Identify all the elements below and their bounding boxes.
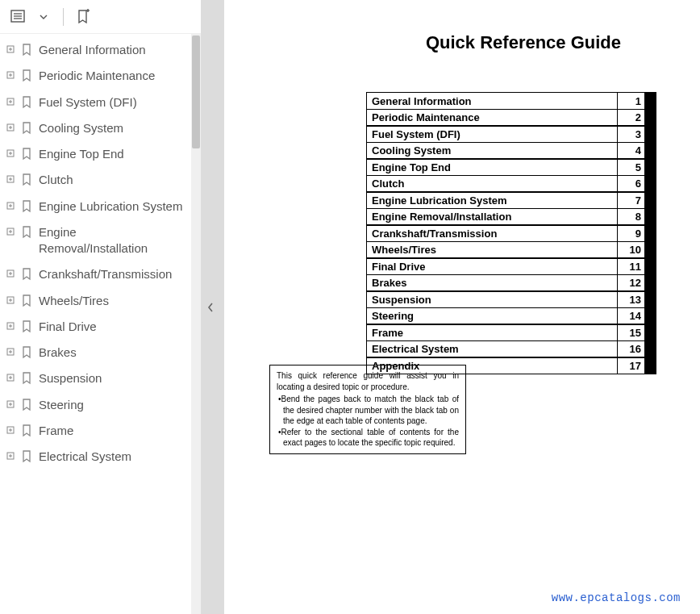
outline-item[interactable]: Crankshaft/Transmission (3, 261, 201, 287)
toc-row: General Information1 (366, 92, 656, 110)
toc-black-tab (644, 308, 656, 324)
expand-icon[interactable] (6, 400, 16, 408)
expand-icon[interactable] (6, 228, 16, 236)
toc-chapter-name: Brakes (367, 275, 617, 291)
outline-item-label: Clutch (39, 172, 186, 188)
bookmark-icon (21, 424, 34, 437)
toc-chapter-number: 1 (617, 93, 644, 109)
expand-icon[interactable] (6, 322, 16, 330)
outline-item-label: Engine Lubrication System (39, 198, 186, 215)
outline-item-label: Cooling System (39, 120, 186, 136)
outline-item[interactable]: Suspension (3, 365, 201, 391)
outline-item[interactable]: Wheels/Tires (3, 288, 201, 314)
bookmark-icon (21, 44, 34, 56)
page-title: Quick Reference Guide (366, 32, 681, 53)
outline-item[interactable]: Fuel System (DFI) (3, 90, 201, 115)
expand-icon[interactable] (6, 426, 16, 434)
expand-icon[interactable] (6, 374, 16, 382)
toc-row: Clutch6 (366, 175, 656, 193)
outline-item-label: Wheels/Tires (39, 293, 186, 309)
outline-options-icon (10, 9, 26, 25)
toc-row: Engine Top End5 (366, 158, 656, 176)
outline-item-label: Brakes (39, 345, 186, 361)
toc-chapter-number: 2 (617, 110, 644, 126)
bookmark-icon (21, 173, 34, 186)
bookmark-icon (21, 450, 34, 463)
expand-icon[interactable] (6, 269, 16, 278)
expand-icon[interactable] (6, 452, 16, 460)
toc-black-tab (644, 110, 656, 126)
expand-icon[interactable] (6, 71, 16, 79)
outline-item[interactable]: Periodic Maintenance (3, 63, 201, 89)
outline-item-label: Steering (39, 397, 186, 413)
toc-black-tab (644, 93, 656, 109)
add-bookmark-button[interactable] (72, 6, 94, 28)
bookmark-icon (21, 294, 34, 307)
toc-chapter-name: Frame (367, 324, 617, 340)
toc-chapter-name: Fuel System (DFI) (367, 126, 617, 142)
pane-divider[interactable] (202, 0, 224, 614)
outline-item[interactable]: Clutch (3, 167, 201, 193)
guide-note-box: This quick reference guide will assist y… (269, 365, 466, 454)
outline-panel: General InformationPeriodic MaintenanceF… (0, 34, 201, 614)
outline-scrollbar[interactable] (191, 34, 201, 614)
collapse-left-icon[interactable] (206, 302, 215, 313)
quick-reference-toc: General Information1Periodic Maintenance… (366, 92, 656, 374)
expand-icon[interactable] (6, 98, 16, 106)
toc-chapter-number: 9 (617, 225, 644, 241)
toc-chapter-number: 7 (617, 192, 644, 208)
toc-black-tab (644, 291, 656, 307)
expand-icon[interactable] (6, 202, 16, 210)
dropdown-chevron-icon[interactable] (32, 6, 55, 28)
toc-row: Periodic Maintenance2 (366, 109, 656, 127)
toc-row: Brakes12 (366, 274, 656, 292)
outline-item-label: General Information (39, 42, 186, 58)
bookmark-icon (21, 69, 34, 82)
outline-item[interactable]: Cooling System (3, 115, 201, 141)
bookmark-icon (21, 399, 34, 411)
toc-row: Suspension13 (366, 290, 656, 308)
expand-icon[interactable] (6, 149, 16, 157)
expand-icon[interactable] (6, 348, 16, 356)
bookmark-icon (21, 346, 34, 359)
watermark-text: www.epcatalogs.com (552, 591, 681, 604)
toc-chapter-name: Wheels/Tires (367, 242, 617, 258)
toc-chapter-number: 13 (617, 291, 644, 307)
toc-row: Final Drive11 (366, 257, 656, 275)
toc-chapter-number: 16 (617, 341, 644, 357)
toc-chapter-number: 6 (617, 176, 644, 192)
outline-item[interactable]: Engine Top End (3, 141, 201, 167)
toc-row: Electrical System16 (366, 340, 656, 358)
outline-options-button[interactable] (6, 6, 29, 28)
outline-item[interactable]: Engine Lubrication System (3, 194, 201, 219)
outline-item-label: Final Drive (39, 319, 186, 335)
outline-item-label: Periodic Maintenance (39, 68, 186, 84)
toc-row: Frame15 (366, 324, 656, 341)
toc-chapter-number: 17 (617, 357, 644, 374)
outline-item-label: Frame (39, 423, 186, 439)
toc-black-tab (644, 258, 656, 274)
expand-icon[interactable] (6, 175, 16, 183)
outline-item[interactable]: Frame (3, 418, 201, 444)
outline-item[interactable]: General Information (3, 37, 201, 63)
outline-item[interactable]: Electrical System (3, 444, 201, 470)
toc-chapter-number: 15 (617, 324, 644, 340)
sidebar-toolbar (0, 0, 201, 34)
expand-icon[interactable] (6, 45, 16, 53)
toc-row: Fuel System (DFI)3 (366, 125, 656, 143)
expand-icon[interactable] (6, 123, 16, 132)
outline-item-label: Engine Removal/Installation (39, 224, 186, 257)
toc-row: Cooling System4 (366, 142, 656, 160)
outline-item[interactable]: Steering (3, 392, 201, 418)
outline-item-label: Engine Top End (39, 146, 186, 162)
outline-scroll-thumb[interactable] (192, 36, 200, 148)
toc-row: Steering14 (366, 307, 656, 325)
outline-item[interactable]: Final Drive (3, 314, 201, 340)
outline-item-label: Suspension (39, 370, 186, 386)
toc-black-tab (644, 176, 656, 192)
outline-item[interactable]: Engine Removal/Installation (3, 219, 201, 262)
outline-item[interactable]: Brakes (3, 340, 201, 365)
toc-chapter-number: 5 (617, 159, 644, 175)
expand-icon[interactable] (6, 296, 16, 304)
toc-chapter-name: General Information (367, 93, 617, 109)
